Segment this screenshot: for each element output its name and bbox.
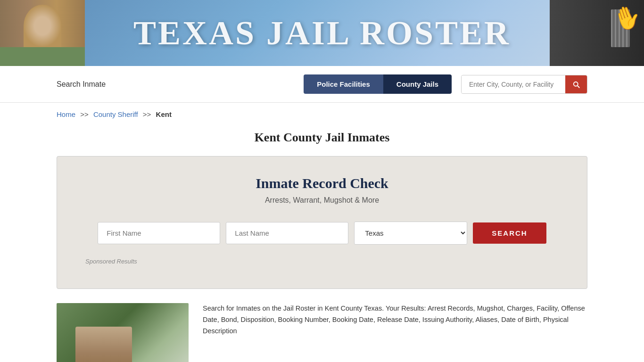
record-check-box: Inmate Record Check Arrests, Warrant, Mu… xyxy=(57,156,587,289)
page-title: Kent County Jail Inmates xyxy=(0,131,644,145)
bottom-section: Search for Inmates on the Jail Roster in… xyxy=(0,289,644,362)
police-facilities-button[interactable]: Police Facilities xyxy=(304,74,383,94)
record-search-button[interactable]: SEARCH xyxy=(473,222,546,244)
facility-search-input[interactable] xyxy=(462,76,565,93)
breadcrumb-sep1: >> xyxy=(80,110,89,118)
nav-buttons: Police Facilities County Jails xyxy=(304,74,452,94)
site-title: Texas Jail Roster xyxy=(133,14,511,53)
breadcrumb-sep2: >> xyxy=(143,110,151,118)
breadcrumb-current: Kent xyxy=(156,110,172,118)
search-icon xyxy=(572,80,580,89)
breadcrumb-home[interactable]: Home xyxy=(57,110,75,118)
site-banner: Texas Jail Roster xyxy=(0,0,644,66)
last-name-input[interactable] xyxy=(226,222,348,244)
record-check-title: Inmate Record Check xyxy=(85,175,559,191)
banner-right-image xyxy=(550,0,644,66)
facility-search-button[interactable] xyxy=(565,75,587,93)
sponsored-label: Sponsored Results xyxy=(85,258,559,265)
first-name-input[interactable] xyxy=(98,222,220,244)
breadcrumb: Home >> County Sheriff >> Kent xyxy=(0,103,644,126)
record-search-row: AlabamaAlaskaArizonaArkansasCaliforniaCo… xyxy=(85,222,559,245)
record-check-subtitle: Arrests, Warrant, Mugshot & More xyxy=(85,196,559,205)
breadcrumb-county-sheriff[interactable]: County Sheriff xyxy=(93,110,138,118)
facility-search-wrapper xyxy=(461,75,587,94)
navbar: Search Inmate Police Facilities County J… xyxy=(0,66,644,103)
state-select[interactable]: AlabamaAlaskaArizonaArkansasCaliforniaCo… xyxy=(354,222,467,245)
banner-left-image xyxy=(0,0,85,66)
navbar-label: Search Inmate xyxy=(57,80,294,89)
bottom-description: Search for Inmates on the Jail Roster in… xyxy=(203,303,587,337)
county-jails-button[interactable]: County Jails xyxy=(383,74,452,94)
page-title-wrapper: Kent County Jail Inmates xyxy=(0,126,644,156)
bottom-building-image xyxy=(57,303,189,362)
